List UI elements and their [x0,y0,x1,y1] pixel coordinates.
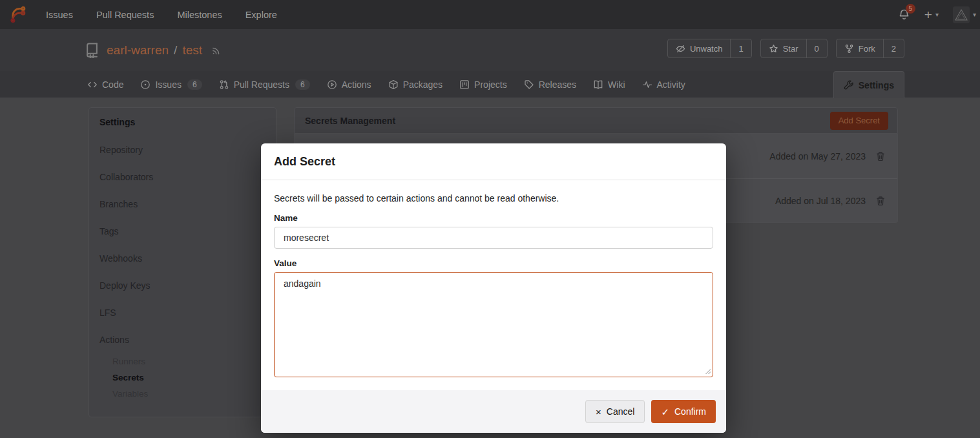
tab-code[interactable]: Code [79,71,132,98]
repo-action-buttons: Unwatch 1 Star 0 Fork 2 [667,39,904,58]
chevron-down-icon: ▾ [935,11,939,18]
tab-packages[interactable]: Packages [380,71,451,98]
tab-actions[interactable]: Actions [318,71,380,98]
navbar-right: 5 + ▾ ▾ [898,6,980,23]
tag-icon [524,79,534,90]
tab-projects[interactable]: Projects [451,71,516,98]
name-field-label: Name [274,213,713,223]
repository-icon [84,42,100,58]
notifications-button[interactable]: 5 [898,8,910,21]
nav-pull-requests-link[interactable]: Pull Requests [96,10,154,20]
modal-footer: × Cancel ✓ Confirm [261,390,726,433]
secret-name-input[interactable] [274,227,713,249]
watch-button-group: Unwatch 1 [667,39,752,58]
sidebar-item-secrets[interactable]: Secrets [89,370,276,386]
modal-title: Add Secret [274,155,335,169]
modal-body: Secrets will be passed to certain action… [261,180,726,390]
chevron-down-icon: ▾ [973,11,976,18]
play-circle-icon [327,79,337,90]
issues-count-badge: 6 [187,79,202,90]
notification-count-badge: 5 [906,4,915,14]
confirm-button[interactable]: ✓ Confirm [651,400,716,423]
modal-header: Add Secret [261,143,726,180]
tab-releases[interactable]: Releases [516,71,585,98]
x-icon: × [596,407,601,417]
pulse-icon [642,79,652,90]
sidebar-item-tags[interactable]: Tags [89,218,276,245]
settings-wrench-icon [844,80,854,90]
eye-slash-icon [676,44,685,54]
delete-secret-button[interactable] [875,151,886,162]
repo-tab-bar: Code Issues 6 Pull Requests 6 Actions Pa… [0,71,980,98]
secret-added-date: Added on Jul 18, 2023 [775,196,866,206]
star-icon [769,44,778,54]
pull-requests-count-badge: 6 [295,79,310,90]
delete-secret-button[interactable] [875,196,886,206]
sidebar-item-webhooks[interactable]: Webhooks [89,245,276,272]
rss-icon[interactable] [211,45,222,56]
code-icon [87,79,98,90]
repo-breadcrumb: earl-warren / test [107,43,202,57]
star-button[interactable]: Star [761,39,806,57]
tab-settings[interactable]: Settings [833,71,904,98]
fork-button[interactable]: Fork [837,39,883,57]
sidebar-item-deploy-keys[interactable]: Deploy Keys [89,272,276,299]
avatar [953,6,970,23]
sidebar-item-lfs[interactable]: LFS [89,299,276,326]
trash-icon [875,196,886,206]
sidebar-item-variables[interactable]: Variables [89,386,276,402]
user-menu-button[interactable]: ▾ [953,6,976,23]
cancel-button[interactable]: × Cancel [585,400,645,423]
nav-explore-link[interactable]: Explore [245,10,277,20]
repo-owner-link[interactable]: earl-warren [107,43,169,57]
tab-wiki[interactable]: Wiki [585,71,633,98]
value-field-label: Value [274,258,713,268]
modal-description: Secrets will be passed to certain action… [274,193,713,203]
book-icon [593,79,603,90]
pull-request-icon [219,79,229,90]
secrets-management-header: Secrets Management Add Secret [294,107,898,134]
top-navbar: Issues Pull Requests Milestones Explore … [0,0,980,29]
repo-header: earl-warren / test Unwatch 1 [0,29,980,71]
navbar-links: Issues Pull Requests Milestones Explore [46,10,277,20]
sidebar-item-actions[interactable]: Actions ▾ [89,326,276,353]
sidebar-title: Settings [89,108,276,136]
trash-icon [875,151,886,162]
sidebar-item-branches[interactable]: Branches [89,191,276,218]
add-secret-modal: Add Secret Secrets will be passed to cer… [261,143,726,433]
repo-name-link[interactable]: test [182,43,202,57]
nav-issues-link[interactable]: Issues [46,10,73,20]
project-board-icon [459,79,470,90]
star-button-group: Star 0 [760,39,828,58]
stars-count[interactable]: 0 [806,39,827,57]
settings-sidebar: Settings Repository Collaborators Branch… [89,107,276,417]
secret-added-date: Added on May 27, 2023 [769,151,866,162]
create-new-button[interactable]: + ▾ [924,8,939,21]
tab-pull-requests[interactable]: Pull Requests 6 [211,71,318,98]
add-secret-button[interactable]: Add Secret [830,112,888,130]
sidebar-item-runners[interactable]: Runners [89,353,276,370]
nav-milestones-link[interactable]: Milestones [177,10,222,20]
tab-activity[interactable]: Activity [634,71,694,98]
fork-button-group: Fork 2 [836,39,904,58]
forks-count[interactable]: 2 [883,39,904,57]
sidebar-item-repository[interactable]: Repository [89,136,276,163]
sidebar-item-collaborators[interactable]: Collaborators [89,163,276,191]
forgejo-logo-icon[interactable] [9,6,26,23]
breadcrumb-separator: / [174,43,177,57]
secret-value-textarea[interactable]: andagain [274,272,713,377]
section-title: Secrets Management [305,116,395,126]
check-icon: ✓ [661,407,669,417]
fork-icon [844,44,854,54]
tab-issues[interactable]: Issues 6 [132,71,210,98]
watchers-count[interactable]: 1 [730,39,751,57]
issue-icon [140,79,151,90]
package-icon [388,79,399,90]
unwatch-button[interactable]: Unwatch [668,39,731,57]
plus-icon: + [924,8,932,21]
